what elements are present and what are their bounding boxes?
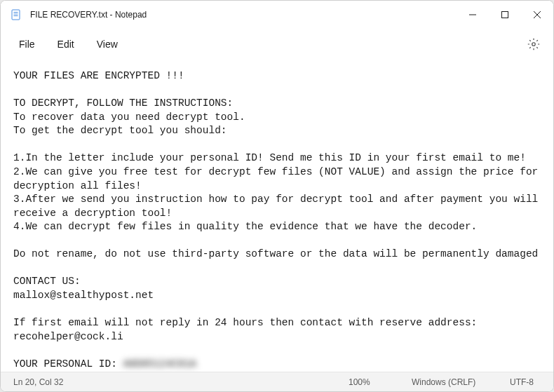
svg-point-8	[532, 43, 536, 46]
minimize-button[interactable]	[457, 1, 489, 29]
text-line: To recover data you need decrypt tool.	[13, 111, 245, 123]
svg-rect-5	[502, 12, 508, 18]
status-encoding: UTF-8	[494, 377, 550, 387]
menu-edit[interactable]: Edit	[46, 33, 86, 55]
settings-button[interactable]	[521, 32, 546, 57]
personal-id-value: A8D85124C81A	[123, 358, 196, 370]
text-line: 1.In the letter include your personal ID…	[13, 152, 526, 163]
statusbar: Ln 20, Col 32 100% Windows (CRLF) UTF-8	[1, 372, 553, 391]
status-line-ending: Windows (CRLF)	[396, 377, 494, 387]
text-line: 3.After we send you instruction how to p…	[13, 194, 544, 219]
svg-rect-0	[12, 10, 20, 20]
text-line: YOUR FILES ARE ENCRYPTED !!!	[13, 70, 184, 81]
text-content[interactable]: YOUR FILES ARE ENCRYPTED !!! TO DECRYPT,…	[1, 60, 553, 372]
status-cursor-position: Ln 20, Col 32	[13, 377, 140, 387]
text-line: To get the decrypt tool you should:	[13, 125, 227, 136]
text-line: recohelper@cock.li	[13, 331, 123, 342]
notepad-icon	[11, 9, 22, 20]
status-zoom[interactable]: 100%	[333, 377, 396, 387]
notepad-window: FILE RECOVERY.txt - Notepad File Edit Vi…	[0, 0, 554, 392]
personal-id-label: YOUR PERSONAL ID:	[13, 358, 123, 370]
text-line: 2.We can give you free test for decrypt …	[13, 166, 544, 191]
close-button[interactable]	[521, 1, 553, 29]
text-line: CONTACT US:	[13, 276, 81, 287]
text-line: If first email will not reply in 24 hour…	[13, 317, 477, 328]
window-title: FILE RECOVERY.txt - Notepad	[30, 10, 457, 20]
text-line: 4.We can decrypt few files in quality th…	[13, 221, 477, 232]
window-controls	[457, 1, 553, 29]
text-line: Do not rename, do not use third-party so…	[13, 248, 538, 259]
menubar: File Edit View	[1, 29, 553, 60]
menu-view[interactable]: View	[86, 33, 129, 55]
text-line: TO DECRYPT, FOLLOW THE INSTRUCTIONS:	[13, 97, 233, 109]
text-line: mallox@stealthypost.net	[13, 290, 154, 301]
titlebar: FILE RECOVERY.txt - Notepad	[1, 1, 553, 29]
maximize-button[interactable]	[489, 1, 521, 29]
menu-file[interactable]: File	[8, 33, 46, 55]
